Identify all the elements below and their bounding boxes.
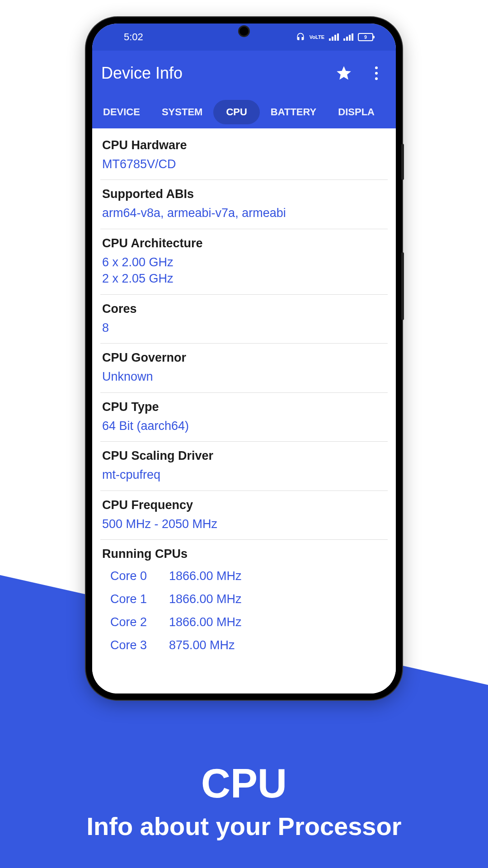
- info-row-running-cpus: Running CPUs Core 0 1866.00 MHz Core 1 1…: [100, 540, 388, 664]
- marketing-subtitle: Info about your Processor: [0, 811, 488, 841]
- info-label: CPU Type: [102, 400, 386, 414]
- headphone-icon: [296, 33, 305, 42]
- battery-icon: 9: [358, 33, 373, 41]
- marketing-caption: CPU Info about your Processor: [0, 760, 488, 841]
- tab-device[interactable]: DEVICE: [92, 100, 151, 124]
- camera-notch: [238, 25, 250, 37]
- tab-bar[interactable]: DEVICE SYSTEM CPU BATTERY DISPLA: [92, 96, 396, 128]
- info-row-cpu-governor: CPU Governor Unknown: [100, 344, 388, 392]
- content-scroll[interactable]: CPU Hardware MT6785V/CD Supported ABIs a…: [92, 128, 396, 693]
- phone-side-button: [401, 252, 404, 320]
- core-name: Core 2: [110, 615, 169, 629]
- app-bar: Device Info: [92, 51, 396, 96]
- core-frequency: 1866.00 MHz: [169, 615, 242, 629]
- info-row-cpu-type: CPU Type 64 Bit (aarch64): [100, 393, 388, 442]
- info-label: Cores: [102, 302, 386, 316]
- phone-frame: 5:02 VoLTE 9 Device Info: [86, 17, 402, 700]
- core-frequency: 1866.00 MHz: [169, 569, 242, 583]
- info-label: CPU Architecture: [102, 236, 386, 250]
- status-icons: VoLTE 9: [296, 33, 373, 42]
- phone-side-button: [401, 144, 404, 180]
- info-value: mt-cpufreq: [102, 467, 386, 483]
- info-row-cores: Cores 8: [100, 295, 388, 344]
- info-label: Supported ABIs: [102, 187, 386, 201]
- signal-icon: [329, 33, 339, 41]
- core-row: Core 0 1866.00 MHz: [110, 565, 386, 588]
- phone-screen: 5:02 VoLTE 9 Device Info: [92, 24, 396, 693]
- star-icon[interactable]: [335, 65, 352, 82]
- info-row-cpu-frequency: CPU Frequency 500 MHz - 2050 MHz: [100, 491, 388, 540]
- page-title: Device Info: [101, 64, 183, 83]
- info-value: 64 Bit (aarch64): [102, 418, 386, 434]
- info-row-cpu-scaling-driver: CPU Scaling Driver mt-cpufreq: [100, 442, 388, 491]
- info-value: 8: [102, 320, 386, 336]
- info-label: CPU Scaling Driver: [102, 449, 386, 463]
- info-row-cpu-architecture: CPU Architecture 6 x 2.00 GHz 2 x 2.05 G…: [100, 229, 388, 295]
- core-name: Core 0: [110, 569, 169, 583]
- core-name: Core 3: [110, 638, 169, 652]
- overflow-menu-icon[interactable]: [371, 64, 382, 82]
- info-row-supported-abis: Supported ABIs arm64-v8a, armeabi-v7a, a…: [100, 180, 388, 229]
- status-time: 5:02: [124, 31, 143, 43]
- tab-display[interactable]: DISPLA: [327, 100, 385, 124]
- info-value: arm64-v8a, armeabi-v7a, armeabi: [102, 205, 386, 221]
- info-label: CPU Governor: [102, 351, 386, 365]
- core-name: Core 1: [110, 592, 169, 606]
- info-value: 6 x 2.00 GHz 2 x 2.05 GHz: [102, 254, 386, 287]
- tab-cpu[interactable]: CPU: [213, 100, 259, 124]
- core-frequency: 1866.00 MHz: [169, 592, 242, 606]
- info-label: CPU Hardware: [102, 138, 386, 152]
- signal-icon: [343, 33, 353, 41]
- info-label: CPU Frequency: [102, 498, 386, 512]
- info-value: Unknown: [102, 368, 386, 385]
- core-frequency: 875.00 MHz: [169, 638, 235, 652]
- tab-battery[interactable]: BATTERY: [260, 100, 327, 124]
- volte-icon: VoLTE: [310, 35, 324, 40]
- marketing-title: CPU: [0, 760, 488, 807]
- core-row: Core 1 1866.00 MHz: [110, 588, 386, 611]
- tab-system[interactable]: SYSTEM: [151, 100, 213, 124]
- info-value: MT6785V/CD: [102, 156, 386, 172]
- info-label: Running CPUs: [102, 547, 386, 561]
- info-value: 500 MHz - 2050 MHz: [102, 516, 386, 532]
- core-row: Core 2 1866.00 MHz: [110, 611, 386, 634]
- info-row-cpu-hardware: CPU Hardware MT6785V/CD: [100, 131, 388, 180]
- core-row: Core 3 875.00 MHz: [110, 634, 386, 657]
